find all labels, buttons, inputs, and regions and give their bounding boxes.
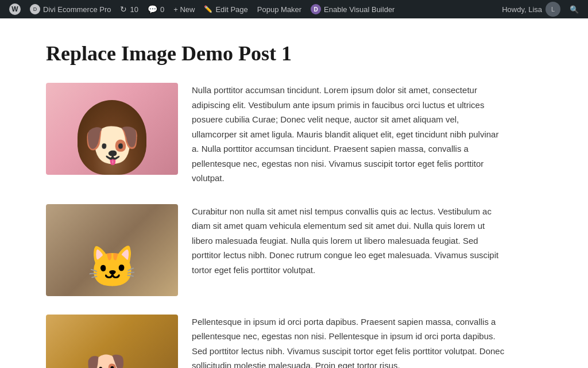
post-image-2 <box>46 204 178 296</box>
dog2-image <box>46 315 178 369</box>
post-paragraph: Pellentesque in ipsum id orci porta dapi… <box>192 315 505 369</box>
comments-item[interactable]: 💬 0 <box>143 0 169 18</box>
edit-page-label: Edit Page <box>215 5 247 14</box>
site-name-item[interactable]: D Divi Ecommerce Pro <box>25 0 115 18</box>
dog1-image <box>46 83 178 175</box>
new-label: + New <box>173 5 195 14</box>
user-avatar: L <box>546 2 560 17</box>
cat-image <box>46 204 178 296</box>
post-image-1 <box>46 83 178 175</box>
howdy-label: Howdy, Lisa <box>502 5 542 14</box>
post-paragraph: Curabitur non nulla sit amet nisl tempus… <box>192 204 505 278</box>
howdy-section[interactable]: Howdy, Lisa L <box>497 2 565 17</box>
site-name-label: Divi Ecommerce Pro <box>43 5 111 14</box>
post-paragraph: Nulla porttitor accumsan tincidunt. Lore… <box>192 83 505 186</box>
popup-maker-item[interactable]: Popup Maker <box>253 0 306 18</box>
edit-page-item[interactable]: ✏️ Edit Page <box>199 0 252 18</box>
post-row: Pellentesque in ipsum id orci porta dapi… <box>46 315 505 369</box>
pencil-icon: ✏️ <box>204 5 212 13</box>
page-content: Replace Image Demo Post 1 Nulla porttito… <box>0 18 551 368</box>
updates-count: 10 <box>130 5 138 14</box>
updates-item[interactable]: ↻ 10 <box>115 0 142 18</box>
comments-count: 0 <box>160 5 164 14</box>
popup-maker-label: Popup Maker <box>257 5 301 14</box>
post-text-3: Pellentesque in ipsum id orci porta dapi… <box>192 315 505 369</box>
admin-search-button[interactable]: 🔍 <box>565 0 583 18</box>
visual-builder-label: Enable Visual Builder <box>324 5 394 14</box>
post-text-2: Curabitur non nulla sit amet nisl tempus… <box>192 204 505 278</box>
post-row: Nulla porttitor accumsan tincidunt. Lore… <box>46 83 505 186</box>
wp-logo[interactable]: W <box>5 0 25 18</box>
post-text-1: Nulla porttitor accumsan tincidunt. Lore… <box>192 83 505 186</box>
new-item[interactable]: + New <box>169 0 199 18</box>
admin-bar: W D Divi Ecommerce Pro ↻ 10 💬 0 + New ✏️… <box>0 0 588 18</box>
comment-icon: 💬 <box>148 5 157 14</box>
updates-icon: ↻ <box>120 5 127 14</box>
search-icon: 🔍 <box>570 5 579 14</box>
visual-builder-item[interactable]: D Enable Visual Builder <box>306 0 399 18</box>
divi-icon: D <box>311 4 321 14</box>
post-image-3 <box>46 315 178 369</box>
post-row: Curabitur non nulla sit amet nisl tempus… <box>46 204 505 296</box>
page-title: Replace Image Demo Post 1 <box>46 41 505 66</box>
wp-icon: W <box>9 3 21 15</box>
site-icon: D <box>30 4 40 14</box>
